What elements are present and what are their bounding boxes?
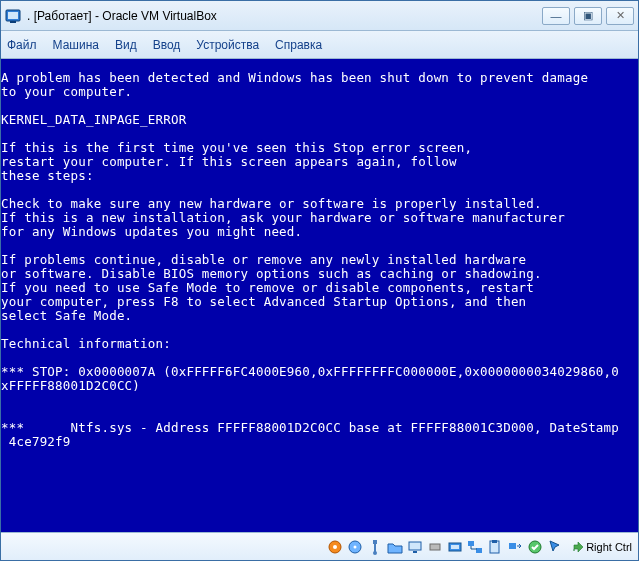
shared-folders-icon[interactable]	[387, 539, 403, 555]
menu-view[interactable]: Вид	[115, 38, 137, 52]
virtualbox-app-icon	[5, 8, 21, 24]
titlebar: . [Работает] - Oracle VM VirtualBox — ▣ …	[1, 1, 638, 31]
usb-icon[interactable]	[367, 539, 383, 555]
svg-point-6	[354, 545, 357, 548]
svg-point-8	[373, 551, 377, 555]
minimize-button[interactable]: —	[542, 7, 570, 25]
svg-point-4	[333, 545, 337, 549]
host-key-indicator[interactable]: Right Ctrl	[571, 541, 632, 553]
optical-drive-icon[interactable]	[347, 539, 363, 555]
bsod-text: A problem has been detected and Windows …	[1, 71, 619, 449]
svg-rect-10	[413, 551, 417, 553]
svg-rect-14	[468, 541, 474, 546]
host-key-label: Right Ctrl	[586, 541, 632, 553]
drag-drop-icon[interactable]	[507, 539, 523, 555]
hard-disk-icon[interactable]	[327, 539, 343, 555]
maximize-icon: ▣	[583, 9, 593, 22]
host-key-arrow-icon	[571, 541, 583, 553]
window-title: . [Работает] - Oracle VM VirtualBox	[27, 9, 217, 23]
menu-help[interactable]: Справка	[275, 38, 322, 52]
statusbar: Right Ctrl	[1, 532, 638, 560]
menubar: Файл Машина Вид Ввод Устройства Справка	[1, 31, 638, 59]
guest-display[interactable]: A problem has been detected and Windows …	[1, 59, 638, 532]
svg-rect-2	[10, 21, 16, 23]
svg-rect-17	[492, 540, 497, 543]
clipboard-icon[interactable]	[487, 539, 503, 555]
window-buttons: — ▣ ✕	[542, 7, 634, 25]
maximize-button[interactable]: ▣	[574, 7, 602, 25]
minimize-icon: —	[551, 10, 562, 22]
svg-rect-7	[373, 540, 377, 544]
audio-icon[interactable]	[447, 539, 463, 555]
svg-rect-18	[509, 543, 516, 549]
menu-machine[interactable]: Машина	[53, 38, 99, 52]
recording-icon[interactable]	[427, 539, 443, 555]
menu-devices[interactable]: Устройства	[196, 38, 259, 52]
menu-input[interactable]: Ввод	[153, 38, 181, 52]
guest-additions-icon[interactable]	[527, 539, 543, 555]
menu-file[interactable]: Файл	[7, 38, 37, 52]
close-button[interactable]: ✕	[606, 7, 634, 25]
svg-rect-11	[430, 544, 440, 550]
svg-rect-9	[409, 542, 421, 550]
display-icon[interactable]	[407, 539, 423, 555]
close-icon: ✕	[616, 9, 625, 22]
svg-rect-13	[451, 545, 459, 549]
virtualbox-window: . [Работает] - Oracle VM VirtualBox — ▣ …	[0, 0, 639, 561]
mouse-integration-icon[interactable]	[547, 539, 563, 555]
network-icon[interactable]	[467, 539, 483, 555]
svg-rect-1	[8, 12, 18, 19]
